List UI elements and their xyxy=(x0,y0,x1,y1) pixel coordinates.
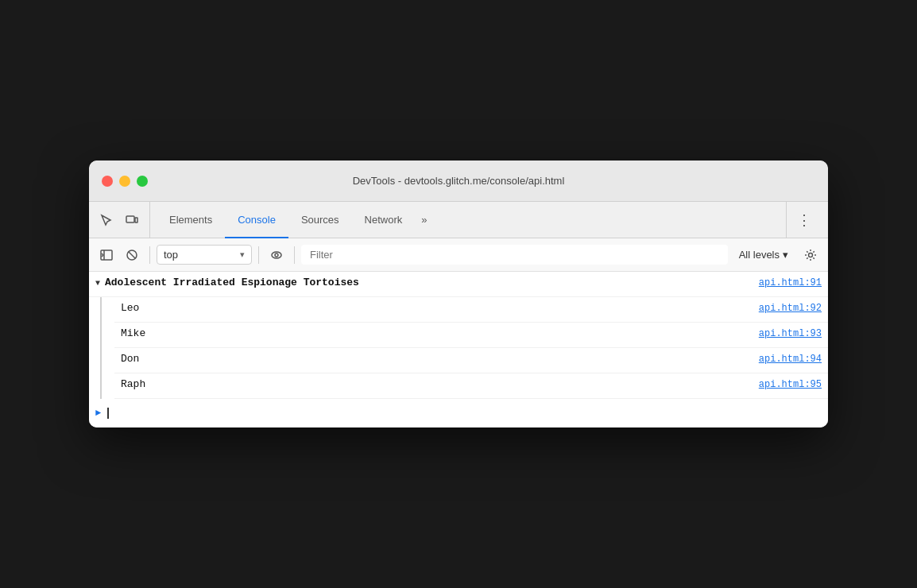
more-tabs-button[interactable]: » xyxy=(415,202,433,238)
console-toolbar: top ▾ All levels ▾ xyxy=(89,238,828,272)
svg-line-7 xyxy=(129,252,135,258)
filter-input[interactable] xyxy=(301,245,728,265)
child-link-mike[interactable]: api.html:93 xyxy=(759,328,822,339)
context-selector[interactable]: top ▾ xyxy=(157,245,252,265)
toolbar-divider-2 xyxy=(258,246,259,264)
cursor xyxy=(107,408,109,419)
child-text-don: Don xyxy=(121,353,759,365)
input-chevron-icon: ► xyxy=(95,408,101,419)
list-item: Leo api.html:92 xyxy=(114,297,828,323)
device-toggle-button[interactable] xyxy=(121,209,143,231)
log-group-header[interactable]: ▼ Adolescent Irradiated Espionage Tortoi… xyxy=(89,272,828,297)
tab-sources[interactable]: Sources xyxy=(288,203,352,238)
child-link-don[interactable]: api.html:94 xyxy=(759,354,822,365)
child-text-leo: Leo xyxy=(121,302,759,314)
child-text-mike: Mike xyxy=(121,327,759,339)
devtools-window: DevTools - devtools.glitch.me/console/ap… xyxy=(89,161,828,427)
close-button[interactable] xyxy=(102,176,113,187)
group-children-container: Leo api.html:92 Mike api.html:93 Don api… xyxy=(89,297,828,399)
devtools-settings-button[interactable]: ⋮ xyxy=(793,209,815,231)
child-link-leo[interactable]: api.html:92 xyxy=(759,303,822,314)
toolbar-divider-3 xyxy=(294,246,295,264)
expand-arrow-icon[interactable]: ▼ xyxy=(95,279,100,288)
group-children: Leo api.html:92 Mike api.html:93 Don api… xyxy=(114,297,828,399)
list-item: Don api.html:94 xyxy=(114,348,828,373)
maximize-button[interactable] xyxy=(137,176,148,187)
child-text-raph: Raph xyxy=(121,378,759,390)
console-settings-icon[interactable] xyxy=(799,244,822,266)
svg-point-9 xyxy=(275,253,278,257)
indent-bar xyxy=(100,297,102,399)
group-header-text: Adolescent Irradiated Espionage Tortoise… xyxy=(105,277,759,288)
window-title: DevTools - devtools.glitch.me/console/ap… xyxy=(353,175,565,187)
svg-rect-1 xyxy=(135,218,137,222)
tab-network[interactable]: Network xyxy=(352,203,416,238)
tab-bar-right: ⋮ xyxy=(786,202,822,238)
log-levels-button[interactable]: All levels ▾ xyxy=(731,246,796,264)
minimize-button[interactable] xyxy=(119,176,130,187)
tab-elements[interactable]: Elements xyxy=(157,203,225,238)
context-selector-arrow: ▾ xyxy=(240,250,245,260)
list-item: Mike api.html:93 xyxy=(114,323,828,348)
svg-rect-0 xyxy=(126,216,134,222)
traffic-lights xyxy=(102,176,148,187)
sidebar-toggle-icon[interactable] xyxy=(95,244,118,266)
tab-bar-icons xyxy=(95,202,150,238)
tab-bar: Elements Console Sources Network » ⋮ xyxy=(89,202,828,238)
child-link-raph[interactable]: api.html:95 xyxy=(759,379,822,390)
eye-icon[interactable] xyxy=(265,244,288,266)
console-input-line[interactable]: ► xyxy=(89,399,828,427)
clear-console-icon[interactable] xyxy=(121,244,143,266)
title-bar: DevTools - devtools.glitch.me/console/ap… xyxy=(89,161,828,202)
svg-point-8 xyxy=(272,252,281,258)
svg-point-10 xyxy=(809,253,813,257)
inspect-icon-button[interactable] xyxy=(95,209,118,231)
svg-line-5 xyxy=(102,255,103,257)
tab-console[interactable]: Console xyxy=(225,203,288,238)
toolbar-divider-1 xyxy=(149,246,150,264)
group-header-link[interactable]: api.html:91 xyxy=(759,277,822,288)
console-content: ▼ Adolescent Irradiated Espionage Tortoi… xyxy=(89,272,828,427)
list-item: Raph api.html:95 xyxy=(114,373,828,399)
tab-bar-tabs: Elements Console Sources Network » xyxy=(157,202,786,238)
